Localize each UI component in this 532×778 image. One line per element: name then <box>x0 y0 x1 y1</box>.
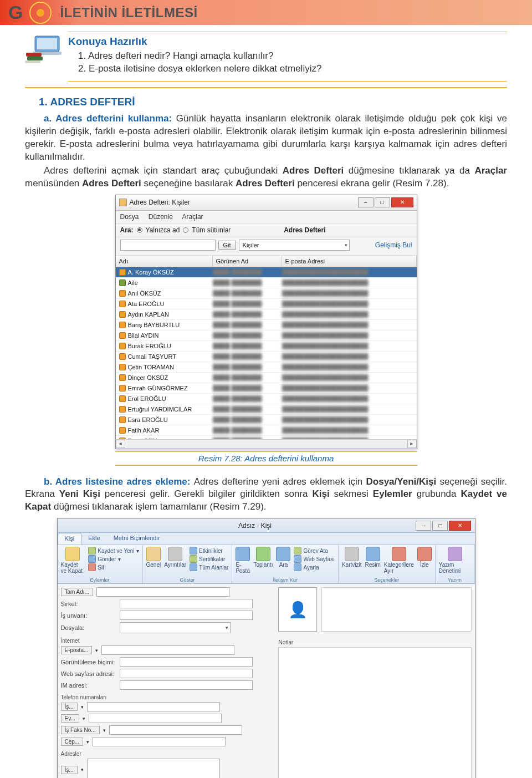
table-row[interactable]: Ferat GÜN████ ██████████████████████████… <box>116 436 417 439</box>
ribbon-titlebar[interactable]: Adsız - Kişi – □ ✕ <box>58 518 475 533</box>
ayarla-button[interactable]: Ayarla <box>294 563 335 571</box>
menu-araclar[interactable]: Araçlar <box>182 213 203 221</box>
table-row[interactable]: Esra EROĞLU████ ████████████████████████… <box>116 415 417 425</box>
email-button[interactable]: E-Posta <box>236 547 250 574</box>
table-row[interactable]: Bilal AYDIN████ ████████████████████████… <box>116 330 417 341</box>
email-cell: ████████████████████ <box>282 353 417 360</box>
close-button[interactable]: ✕ <box>391 197 413 207</box>
tab-metin[interactable]: Metni Biçimlendir <box>107 533 167 545</box>
table-row[interactable]: Dinçer ÖKSÜZ████ ███████████████████████… <box>116 373 417 383</box>
table-row[interactable]: Ata EROĞLU████ █████████████████████████… <box>116 299 417 309</box>
full-name-button[interactable]: Tam Adı... <box>61 588 93 596</box>
spellcheck-button[interactable]: Yazım Denetimi <box>439 547 471 574</box>
contact-name: Ferat GÜN <box>128 438 157 439</box>
advanced-find-link[interactable]: Gelişmiş Bul <box>375 241 412 249</box>
col-email[interactable]: E-posta Adresi <box>282 256 417 267</box>
go-button[interactable]: Git <box>218 241 236 250</box>
email-cell: ████████████████████ <box>282 332 417 339</box>
display-as-input[interactable] <box>120 657 253 667</box>
col-name[interactable]: Adı <box>116 256 213 267</box>
menu-dosya[interactable]: Dosya <box>120 213 139 221</box>
minimize-button[interactable]: – <box>416 521 431 531</box>
table-row[interactable]: Aile████ ███████████████████████████ <box>116 278 417 288</box>
display-name-cell: ████ ███████ <box>213 353 282 360</box>
radio-name-only[interactable] <box>137 227 142 233</box>
paragraph-a-2: Adres defterini açmak için standart araç… <box>25 165 507 190</box>
email-input[interactable] <box>101 645 234 655</box>
activities-button[interactable]: Etkinlikler <box>190 547 228 555</box>
job-title-input[interactable] <box>120 611 253 620</box>
im-address-input[interactable] <box>120 680 253 690</box>
address-input[interactable] <box>87 759 220 778</box>
radio-all-columns[interactable] <box>183 227 188 233</box>
email-cell: ████████████████████ <box>282 269 417 276</box>
categorize-button[interactable]: Kategorilere Ayır <box>384 547 414 574</box>
fax-button[interactable]: İş Faks No... <box>61 726 100 734</box>
delete-button[interactable]: Sil <box>88 563 139 571</box>
all-fields-button[interactable]: Tüm Alanlar <box>190 563 228 571</box>
table-row[interactable]: Ertuğrul YARDIMCILAR████ ███████████████… <box>116 404 417 415</box>
table-row[interactable]: Aydın KAPLAN████ ███████████████████████… <box>116 309 417 320</box>
contact-name: Çetin TORAMAN <box>128 364 174 370</box>
close-button[interactable]: ✕ <box>449 521 471 531</box>
radio-all-columns-label: Tüm sütunlar <box>192 226 231 234</box>
email-field-button[interactable]: E-posta... <box>61 646 93 654</box>
maximize-button[interactable]: □ <box>432 521 448 531</box>
scroll-left-icon[interactable]: ◄ <box>116 440 125 448</box>
home-phone-input[interactable] <box>89 714 222 723</box>
save-close-button[interactable]: Kaydet ve Kapat <box>61 547 85 574</box>
table-row[interactable]: Burak EROĞLU████ ███████████████████████… <box>116 341 417 352</box>
assign-task-button[interactable]: Görev Ata <box>294 547 335 555</box>
follow-up-button[interactable]: İzle <box>417 547 432 568</box>
table-row[interactable]: Fatih AKAR████ █████████████████████████… <box>116 425 417 436</box>
fax-input[interactable] <box>109 725 242 735</box>
home-phone-button[interactable]: Ev... <box>61 714 79 723</box>
person-icon <box>119 343 126 349</box>
web-page-button[interactable]: Web Sayfası <box>294 555 335 563</box>
grid-body[interactable]: A. Koray ÖKSÜZ████ █████████████████████… <box>116 267 417 439</box>
table-row[interactable]: Cumali TAŞYURT████ █████████████████████… <box>116 352 417 362</box>
call-button[interactable]: Ara <box>276 547 290 568</box>
mobile-input[interactable] <box>93 737 226 746</box>
mobile-button[interactable]: Cep... <box>61 738 84 746</box>
company-input[interactable] <box>120 599 253 608</box>
scroll-right-icon[interactable]: ► <box>407 440 417 448</box>
table-row[interactable]: Çetin TORAMAN████ ██████████████████████… <box>116 362 417 373</box>
work-phone-input[interactable] <box>87 702 220 711</box>
col-display[interactable]: Görünen Ad <box>213 256 282 267</box>
picture-button[interactable]: Resim <box>365 547 381 568</box>
photo-placeholder[interactable]: 👤 <box>278 587 317 632</box>
work-address-button[interactable]: İş... <box>61 766 78 774</box>
meeting-button[interactable]: Toplantı <box>253 547 273 568</box>
address-book-combo[interactable]: Kişiler <box>239 240 350 251</box>
send-button[interactable]: Gönder ▾ <box>88 555 139 563</box>
full-name-input[interactable] <box>96 587 229 597</box>
maximize-button[interactable]: □ <box>375 197 390 207</box>
tab-ekle[interactable]: Ekle <box>81 533 106 545</box>
notes-textarea[interactable] <box>278 647 471 778</box>
minimize-button[interactable]: – <box>358 197 374 207</box>
contact-name: Cumali TAŞYURT <box>128 353 176 360</box>
work-phone-button[interactable]: İş... <box>61 703 78 711</box>
search-input[interactable] <box>120 240 216 251</box>
details-button[interactable]: Ayrıntılar <box>164 547 186 568</box>
table-row[interactable]: A. Koray ÖKSÜZ████ █████████████████████… <box>116 267 417 278</box>
table-row[interactable]: Emrah GÜNGÖRMEZ████ ████████████████████… <box>116 383 417 394</box>
business-card-button[interactable]: Kartvizit <box>342 547 362 568</box>
phone-section-label: Telefon numaraları <box>61 694 273 700</box>
file-as-combo[interactable] <box>120 622 231 633</box>
table-row[interactable]: Barış BAYBURTLU████ ████████████████████… <box>116 320 417 330</box>
table-row[interactable]: Anıl ÖKSÜZ████ █████████████████████████… <box>116 288 417 299</box>
save-new-button[interactable]: Kaydet ve Yeni ▾ <box>88 547 139 555</box>
svg-rect-3 <box>26 53 42 57</box>
search-row: Ara: Yalnızca ad Tüm sütunlar Adres Deft… <box>116 223 417 237</box>
window-titlebar[interactable]: Adres Defteri: Kişiler – □ ✕ <box>116 195 417 211</box>
general-button[interactable]: Genel <box>146 547 161 568</box>
email-cell: ████████████████████ <box>282 374 417 381</box>
web-address-input[interactable] <box>120 669 253 678</box>
tab-kisi[interactable]: Kişi <box>58 533 82 545</box>
horizontal-scrollbar[interactable]: ◄ ► <box>116 439 417 449</box>
table-row[interactable]: Erol EROĞLU████ ████████████████████████… <box>116 394 417 404</box>
certificates-button[interactable]: Sertifikalar <box>190 555 228 563</box>
menu-duzenle[interactable]: Düzenle <box>149 213 173 221</box>
